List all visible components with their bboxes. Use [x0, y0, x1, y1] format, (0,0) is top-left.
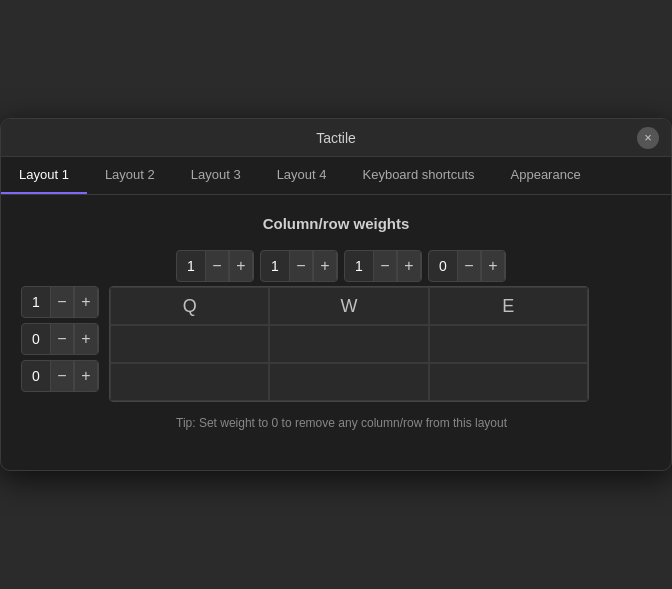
row-weight-3-plus[interactable]: +: [74, 361, 98, 391]
col-weight-1-minus[interactable]: −: [205, 251, 229, 281]
app-window: Tactile × Layout 1 Layout 2 Layout 3 Lay…: [0, 118, 672, 471]
col-weight-1: 1 − +: [176, 250, 254, 282]
tab-bar: Layout 1 Layout 2 Layout 3 Layout 4 Keyb…: [1, 157, 671, 195]
col-weight-4: 0 − +: [428, 250, 506, 282]
close-button[interactable]: ×: [637, 127, 659, 149]
row-weights-col: 1 − + 0 − + 0 − +: [21, 286, 99, 392]
tab-appearance[interactable]: Appearance: [493, 157, 599, 194]
row-weight-1-value: 1: [22, 290, 50, 314]
tab-layout2[interactable]: Layout 2: [87, 157, 173, 194]
key-cell-r2c1: [110, 363, 269, 401]
main-grid-area: 1 − + 0 − + 0 − +: [21, 286, 589, 402]
row-weight-3-value: 0: [22, 364, 50, 388]
row-weight-2: 0 − +: [21, 323, 99, 355]
row-weight-2-value: 0: [22, 327, 50, 351]
col-weight-2-plus[interactable]: +: [313, 251, 337, 281]
titlebar: Tactile ×: [1, 119, 671, 157]
row-weight-3-minus[interactable]: −: [50, 361, 74, 391]
main-content: Column/row weights 1 − + 1 − + 1: [1, 195, 671, 470]
weights-area: 1 − + 1 − + 1 − + 0: [21, 250, 651, 430]
col-weight-3-plus[interactable]: +: [397, 251, 421, 281]
tab-layout3[interactable]: Layout 3: [173, 157, 259, 194]
tab-keyboard[interactable]: Keyboard shortcuts: [345, 157, 493, 194]
key-cell-r2c2: [269, 363, 428, 401]
key-cell-w: W: [269, 287, 428, 325]
row-weight-3: 0 − +: [21, 360, 99, 392]
col-weight-3: 1 − +: [344, 250, 422, 282]
key-cell-r2c3: [429, 363, 588, 401]
tip-text: Tip: Set weight to 0 to remove any colum…: [176, 416, 507, 430]
col-weight-4-plus[interactable]: +: [481, 251, 505, 281]
key-cell-r1c3: [429, 325, 588, 363]
row-weight-2-plus[interactable]: +: [74, 324, 98, 354]
col-weight-1-value: 1: [177, 254, 205, 278]
col-weight-4-value: 0: [429, 254, 457, 278]
tab-layout4[interactable]: Layout 4: [259, 157, 345, 194]
section-title: Column/row weights: [21, 215, 651, 232]
col-weight-1-plus[interactable]: +: [229, 251, 253, 281]
tab-layout1[interactable]: Layout 1: [1, 157, 87, 194]
row-weight-1-minus[interactable]: −: [50, 287, 74, 317]
col-weight-4-minus[interactable]: −: [457, 251, 481, 281]
key-cell-q: Q: [110, 287, 269, 325]
col-weight-2-minus[interactable]: −: [289, 251, 313, 281]
key-cell-r1c1: [110, 325, 269, 363]
col-weight-3-minus[interactable]: −: [373, 251, 397, 281]
row-weight-1-plus[interactable]: +: [74, 287, 98, 317]
col-weights-row: 1 − + 1 − + 1 − + 0: [176, 250, 512, 282]
window-title: Tactile: [316, 130, 356, 146]
col-weight-3-value: 1: [345, 254, 373, 278]
row-weight-1: 1 − +: [21, 286, 99, 318]
col-weight-2-value: 1: [261, 254, 289, 278]
key-cell-r1c2: [269, 325, 428, 363]
key-cell-e: E: [429, 287, 588, 325]
key-grid: Q W E: [109, 286, 589, 402]
col-weight-2: 1 − +: [260, 250, 338, 282]
row-weight-2-minus[interactable]: −: [50, 324, 74, 354]
